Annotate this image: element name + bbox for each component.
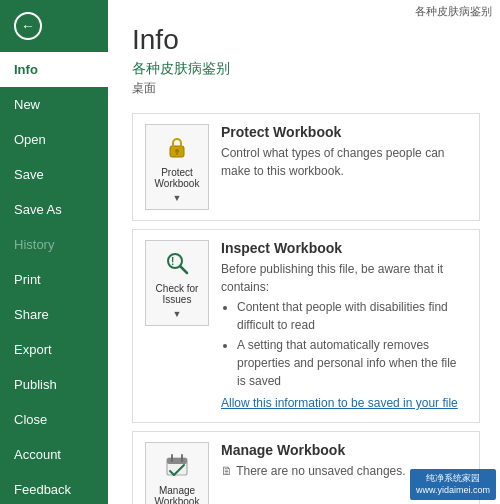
sidebar-item-account[interactable]: Account [0, 437, 108, 472]
protect-workbook-title: Protect Workbook [221, 124, 467, 140]
manage-workbook-title: Manage Workbook [221, 442, 467, 458]
sidebar-item-new[interactable]: New [0, 87, 108, 122]
magnifier-icon: ! [161, 247, 193, 279]
inspect-before-text: Before publishing this file, be aware th… [221, 262, 443, 294]
sidebar-item-close[interactable]: Close [0, 402, 108, 437]
svg-point-1 [175, 149, 179, 153]
sidebar-item-publish[interactable]: Publish [0, 367, 108, 402]
sidebar-item-feedback[interactable]: Feedback [0, 472, 108, 504]
sidebar-item-history: History [0, 227, 108, 262]
inspect-workbook-card: ! Check for Issues ▼ Inspect Workbook Be… [132, 229, 480, 423]
sidebar-item-export[interactable]: Export [0, 332, 108, 367]
sidebar-item-save-as[interactable]: Save As [0, 192, 108, 227]
back-button[interactable]: ← [0, 0, 108, 52]
sidebar-item-info[interactable]: Info [0, 52, 108, 87]
manage-workbook-button[interactable]: Manage Workbook ▼ [145, 442, 209, 504]
sidebar-item-print[interactable]: Print [0, 262, 108, 297]
inspect-workbook-title: Inspect Workbook [221, 240, 467, 256]
check-issues-icon-label: Check for Issues [156, 283, 199, 305]
svg-rect-7 [167, 458, 187, 464]
protect-workbook-card: Protect Workbook ▼ Protect Workbook Cont… [132, 113, 480, 221]
page-title: Info [132, 24, 480, 56]
watermark-line1: 纯净系统家园 [416, 472, 490, 485]
sidebar-bottom: Account Feedback Options → [0, 437, 108, 504]
check-for-issues-button[interactable]: ! Check for Issues ▼ [145, 240, 209, 326]
breadcrumb: 各种皮肤病鉴别 [415, 4, 492, 19]
svg-line-4 [180, 266, 187, 273]
protect-workbook-content: Protect Workbook Control what types of c… [221, 124, 467, 180]
protect-workbook-button[interactable]: Protect Workbook ▼ [145, 124, 209, 210]
inspect-workbook-desc: Before publishing this file, be aware th… [221, 260, 467, 412]
file-location: 桌面 [132, 80, 480, 97]
sidebar-item-open[interactable]: Open [0, 122, 108, 157]
watermark-line2: www.yidaimei.com [416, 484, 490, 497]
protect-workbook-dropdown-icon: ▼ [173, 193, 182, 203]
sidebar: ← Info New Open Save Save As History Pri… [0, 0, 108, 504]
sidebar-item-save[interactable]: Save [0, 157, 108, 192]
watermark: 纯净系统家园 www.yidaimei.com [410, 469, 496, 500]
file-title: 各种皮肤病鉴别 [132, 60, 480, 78]
sidebar-item-share[interactable]: Share [0, 297, 108, 332]
back-icon: ← [14, 12, 42, 40]
inspect-issue-2: A setting that automatically removes pro… [237, 336, 467, 390]
inspect-issue-1: Content that people with disabilities fi… [237, 298, 467, 334]
allow-info-link[interactable]: Allow this information to be saved in yo… [221, 394, 458, 412]
protect-workbook-desc: Control what types of changes people can… [221, 144, 467, 180]
svg-text:!: ! [171, 256, 174, 267]
check-issues-dropdown-icon: ▼ [173, 309, 182, 319]
main-content: 各种皮肤病鉴别 Info 各种皮肤病鉴别 桌面 Protect Workbook… [108, 0, 500, 504]
inspect-workbook-content: Inspect Workbook Before publishing this … [221, 240, 467, 412]
protect-workbook-icon-label: Protect Workbook [155, 167, 200, 189]
lock-icon [161, 131, 193, 163]
calendar-icon [161, 449, 193, 481]
manage-workbook-icon-label: Manage Workbook [155, 485, 200, 504]
manage-workbook-status: There are no unsaved changes. [236, 464, 405, 478]
